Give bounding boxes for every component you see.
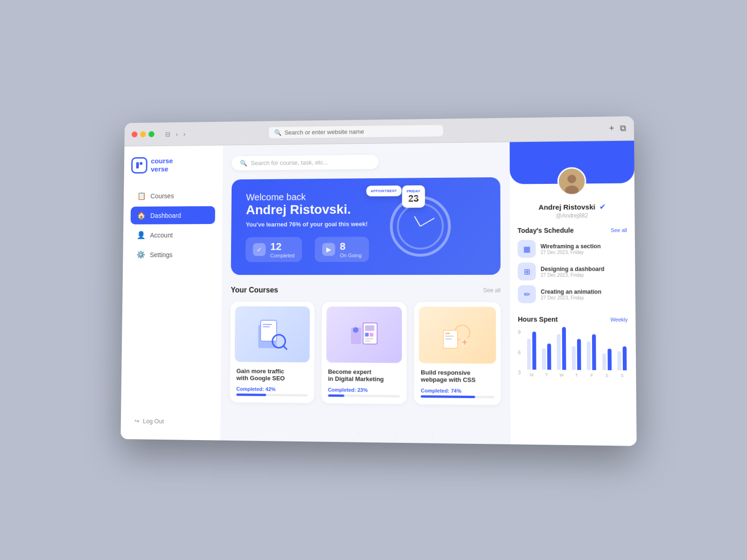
bar-label-S: S: [620, 373, 623, 378]
svg-rect-3: [261, 320, 277, 341]
bar-group-M: M: [525, 332, 537, 378]
dashboard-label: Dashboard: [150, 211, 181, 219]
hours-filter[interactable]: Weekly: [610, 317, 627, 322]
progress-label-marketing: Completed: 23%: [328, 387, 400, 393]
bar-pair-S: [616, 346, 628, 370]
svg-rect-13: [365, 338, 374, 339]
progress-label-css: Completed: 74%: [421, 388, 494, 394]
designing-text: Designing a dashboard 27 Dec 2023, Frida…: [541, 266, 627, 278]
search-bar[interactable]: 🔍 Search for course, task, etc...: [232, 154, 378, 170]
copy-tab-button[interactable]: ⧉: [620, 123, 627, 133]
bar-label-F: F: [591, 373, 593, 378]
course-card-marketing[interactable]: Become expertin Digital Marketing Comple…: [321, 302, 407, 404]
search-placeholder: Search for course, task, etc...: [251, 159, 328, 166]
sidebar-item-account[interactable]: 👤 Account: [130, 226, 215, 244]
hours-section: Hours Spent Weekly 9 6 3 MTWTFSS: [510, 315, 636, 386]
y-label-9: 9: [518, 329, 521, 335]
address-bar[interactable]: 🔍 Search or enter website name: [268, 124, 444, 139]
clock-inner: [397, 203, 444, 250]
sidebar-toggle[interactable]: ⊟: [163, 129, 172, 139]
course-title-seo: Gain more trafficwith Google SEO: [236, 367, 307, 382]
schedule-item-wireframing: ▦ Wireframing a section 27 Dec 2023, Fri…: [518, 239, 627, 258]
stat-completed: ✓ 12 Completed: [246, 237, 302, 262]
course-thumb-css: [419, 307, 496, 364]
schedule-see-all[interactable]: See all: [611, 227, 627, 233]
progress-label-seo: Completed: 42%: [236, 386, 307, 392]
wireframing-icon: ▦: [518, 240, 536, 258]
wireframing-date: 27 Dec 2023, Friday: [541, 249, 627, 255]
minimize-button[interactable]: [140, 131, 146, 137]
y-label-6: 6: [518, 350, 521, 355]
back-button[interactable]: ‹: [174, 129, 180, 139]
dashboard-icon: 🏠: [137, 211, 146, 220]
forward-button[interactable]: ›: [182, 129, 187, 139]
bar-light-T: [572, 346, 576, 370]
courses-title: Your Courses: [231, 286, 278, 294]
bar-dark-S: [623, 346, 627, 370]
new-tab-button[interactable]: +: [609, 124, 614, 133]
check-icon: ✓: [253, 243, 266, 256]
bar-dark-T: [547, 343, 551, 370]
search-icon: 🔍: [240, 160, 247, 167]
profile-avatar: [557, 167, 586, 196]
sidebar-item-courses[interactable]: 📋 Courses: [131, 187, 215, 205]
course-title-css: Build responsivewebpage with CSS: [421, 369, 494, 384]
bar-group-S: S: [600, 349, 613, 378]
bar-label-W: W: [559, 373, 564, 378]
courses-grid: Gain more trafficwith Google SEO Complet…: [230, 301, 501, 405]
bar-pair-F: [585, 334, 598, 370]
profile-name: Andrej Ristovski: [539, 203, 596, 211]
hours-header: Hours Spent Weekly: [518, 315, 628, 323]
logout-label: Log Out: [143, 418, 164, 425]
sidebar-item-dashboard[interactable]: 🏠 Dashboard: [131, 206, 215, 224]
bar-group-S: S: [616, 346, 628, 378]
hours-title: Hours Spent: [518, 315, 558, 323]
progress-fill-seo: [236, 393, 266, 396]
course-thumb-seo: [235, 306, 310, 362]
account-icon: 👤: [137, 231, 146, 239]
designing-icon: ⊞: [518, 263, 536, 280]
browser-chrome: ⊟ ‹ › 🔍 Search or enter website name + ⧉: [120, 116, 636, 446]
search-icon: 🔍: [275, 129, 282, 136]
bar-light-S: [617, 351, 621, 370]
profile-username: @Andrej882: [517, 212, 627, 219]
svg-rect-18: [445, 333, 450, 334]
chart-y-labels: 9 6 3: [518, 329, 521, 377]
bar-light-M: [527, 339, 530, 370]
maximize-button[interactable]: [148, 131, 155, 137]
bar-pair-T: [540, 343, 552, 370]
profile-info: Andrej Ristovski ✔ @Andrej882: [510, 202, 635, 227]
bar-label-M: M: [530, 372, 534, 377]
progress-track-seo: [236, 393, 307, 396]
designing-name: Designing a dashboard: [541, 266, 627, 272]
logout-button[interactable]: ↪ Log Out: [128, 414, 213, 429]
bar-pair-T: [571, 339, 583, 370]
bar-pair-S: [600, 349, 613, 370]
svg-rect-6: [263, 324, 272, 325]
logo-icon: [131, 157, 148, 174]
svg-point-15: [353, 327, 359, 333]
progress-fill-marketing: [328, 394, 344, 397]
welcome-banner: Welcome back Andrej Ristovski. You've le…: [231, 177, 501, 275]
svg-rect-7: [263, 326, 270, 327]
y-label-3: 3: [518, 370, 521, 375]
right-panel: Andrej Ristovski ✔ @Andrej882 Today's Sc…: [510, 141, 637, 446]
course-info-css: Build responsivewebpage with CSS Complet…: [414, 369, 501, 399]
close-button[interactable]: [132, 132, 138, 138]
bar-label-T: T: [545, 372, 548, 377]
logo: courseverse: [131, 156, 216, 174]
course-info-seo: Gain more trafficwith Google SEO Complet…: [230, 367, 314, 397]
traffic-lights: [132, 131, 155, 137]
bar-group-T: T: [540, 343, 552, 378]
profile-name-row: Andrej Ristovski ✔: [517, 202, 627, 212]
bar-group-T: T: [571, 339, 583, 378]
sidebar-item-settings[interactable]: ⚙️ Settings: [130, 245, 215, 264]
verified-icon: ✔: [599, 202, 606, 211]
course-card-css[interactable]: Build responsivewebpage with CSS Complet…: [414, 302, 501, 405]
courses-see-all[interactable]: See all: [483, 287, 500, 294]
hour-hand: [414, 216, 421, 227]
course-card-seo[interactable]: Gain more trafficwith Google SEO Complet…: [230, 301, 314, 403]
clock-figure: [390, 196, 451, 257]
designing-date: 27 Dec 2023, Friday: [541, 272, 627, 277]
svg-rect-20: [445, 338, 451, 340]
